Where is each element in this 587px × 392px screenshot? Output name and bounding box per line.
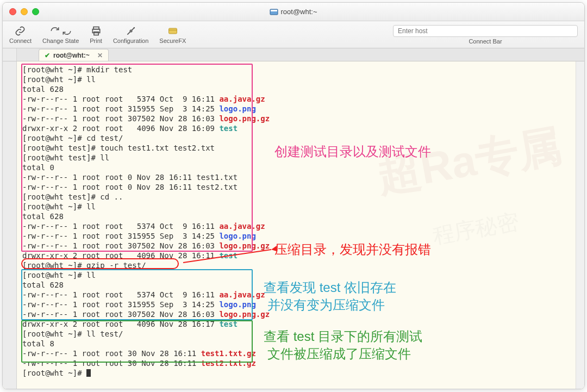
change-state-button[interactable]: Change State xyxy=(42,25,79,44)
tabbar: ✔ root@wht:~ ✕ xyxy=(3,48,584,61)
terminal-line: total 0 xyxy=(22,163,579,172)
terminal-line: -rw-r--r-- 1 root root 30 Nov 28 16:11 t… xyxy=(22,349,579,358)
terminal-line: total 628 xyxy=(22,84,579,94)
session-tab[interactable]: ✔ root@wht:~ ✕ xyxy=(39,49,109,61)
titlebar: root@wht:~ xyxy=(3,3,584,21)
terminal-line: drwxr-xr-x 2 root root 4096 Nov 28 16:09… xyxy=(22,123,579,133)
connect-bar-group: Connect Bar xyxy=(393,25,578,45)
terminal-line: -rw-r--r-- 1 root root 307502 Nov 28 16:… xyxy=(22,309,579,319)
terminal-line: drwxr-xr-x 2 root root 4096 Nov 28 16:11… xyxy=(22,251,579,260)
app-icon xyxy=(270,8,278,16)
terminal-line: -rw-r--r-- 1 root root 315955 Sep 3 14:2… xyxy=(22,300,579,309)
terminal-line: [root@wht ~]# mkdir test xyxy=(22,65,579,74)
toolbar-label: SecureFX xyxy=(159,38,186,44)
scrollbar[interactable] xyxy=(576,61,584,389)
terminal[interactable]: [root@wht ~]# mkdir test[root@wht ~]# ll… xyxy=(17,61,584,389)
securefx-button[interactable]: SecureFX xyxy=(159,25,186,44)
configuration-button[interactable]: Configuration xyxy=(113,25,148,44)
svg-rect-6 xyxy=(168,28,177,34)
terminal-line: [root@wht test]# touch test1.txt test2.t… xyxy=(22,143,579,153)
toolbar-label: Connect xyxy=(9,38,32,44)
svg-rect-1 xyxy=(271,10,277,11)
terminal-line: drwxr-xr-x 2 root root 4096 Nov 28 16:17… xyxy=(22,319,579,329)
terminal-line: [root@wht ~]# cd test/ xyxy=(22,133,579,143)
terminal-line: -rw-r--r-- 1 root root 5374 Oct 9 16:11 … xyxy=(22,221,579,231)
printer-icon xyxy=(91,25,102,37)
terminal-line: -rw-r--r-- 1 root root 5374 Oct 9 16:11 … xyxy=(22,94,579,104)
terminal-line: total 8 xyxy=(22,339,579,349)
terminal-line: -rw-r--r-- 1 root root 315955 Sep 3 14:2… xyxy=(22,231,579,241)
terminal-area: [root@wht ~]# mkdir test[root@wht ~]# ll… xyxy=(3,61,584,389)
terminal-line: total 628 xyxy=(22,211,579,221)
terminal-line: -rw-r--r-- 1 root root 315955 Sep 3 14:2… xyxy=(22,104,579,114)
connect-button[interactable]: Connect xyxy=(9,25,32,44)
check-icon: ✔ xyxy=(45,52,50,59)
toolbar: Connect Change State Print Configuration xyxy=(3,21,584,48)
app-window: root@wht:~ Connect Change State Print xyxy=(2,2,585,389)
securefx-icon xyxy=(167,25,178,37)
cursor xyxy=(86,369,91,377)
terminal-line: [root@wht ~]# xyxy=(22,368,579,378)
terminal-line: total 628 xyxy=(22,280,579,290)
wrench-icon xyxy=(125,25,137,37)
close-tab-icon[interactable]: ✕ xyxy=(97,52,103,59)
terminal-line: [root@wht test]# cd .. xyxy=(22,192,579,202)
host-input[interactable] xyxy=(393,25,578,37)
tab-label: root@wht:~ xyxy=(53,52,90,59)
terminal-line: [root@wht ~]# ll xyxy=(22,202,579,211)
toolbar-label: Configuration xyxy=(113,38,148,44)
terminal-line: [root@wht test]# ll xyxy=(22,153,579,163)
window-title: root@wht:~ xyxy=(3,8,584,16)
refresh-icon xyxy=(50,25,72,37)
terminal-line: [root@wht ~]# ll test/ xyxy=(22,329,579,339)
terminal-line: [root@wht ~]# ll xyxy=(22,270,579,280)
connect-bar-label: Connect Bar xyxy=(393,38,578,45)
window-title-text: root@wht:~ xyxy=(280,8,317,16)
left-gutter xyxy=(3,61,17,389)
terminal-line: [root@wht ~]# ll xyxy=(22,74,579,84)
link-icon xyxy=(14,25,26,37)
terminal-line: -rw-r--r-- 1 root root 307502 Nov 28 16:… xyxy=(22,241,579,251)
terminal-line: -rw-r--r-- 1 root root 5374 Oct 9 16:11 … xyxy=(22,290,579,300)
terminal-line: -rw-r--r-- 1 root root 0 Nov 28 16:11 te… xyxy=(22,182,579,192)
svg-point-5 xyxy=(130,30,132,32)
print-button[interactable]: Print xyxy=(90,25,102,44)
terminal-line: [root@wht ~]# gzip -r test/ xyxy=(22,260,579,270)
terminal-line: -rw-r--r-- 1 root root 307502 Nov 28 16:… xyxy=(22,114,579,123)
terminal-line: -rw-r--r-- 1 root root 30 Nov 28 16:11 t… xyxy=(22,358,579,368)
toolbar-label: Change State xyxy=(42,38,79,44)
left-gutter-tab xyxy=(3,48,17,61)
toolbar-label: Print xyxy=(90,38,102,44)
terminal-line: -rw-r--r-- 1 root root 0 Nov 28 16:11 te… xyxy=(22,172,579,182)
